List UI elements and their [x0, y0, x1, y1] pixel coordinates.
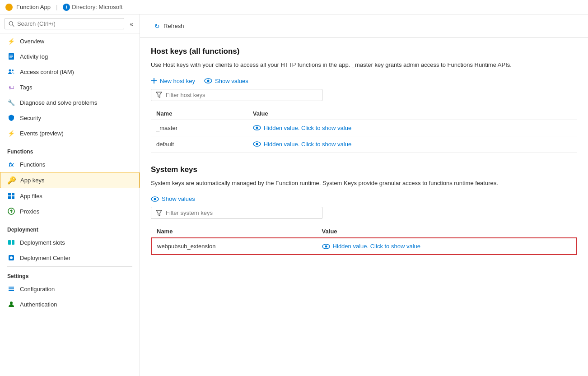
svg-rect-11 — [12, 196, 14, 199]
sidebar-item-deployment-slots[interactable]: Deployment slots — [0, 235, 140, 250]
sidebar-item-authentication[interactable]: Authentication — [0, 297, 140, 312]
info-icon: i — [63, 4, 70, 11]
svg-point-0 — [9, 21, 13, 25]
eye-icon — [253, 141, 261, 147]
top-bar: Function App | i Directory: Microsoft — [0, 0, 588, 14]
content-body: Host keys (all functions) Use Host keys … — [140, 38, 588, 268]
eye-icon — [322, 243, 330, 250]
sidebar-item-label: Access control (IAM) — [20, 69, 74, 75]
svg-point-17 — [10, 256, 13, 259]
host-keys-desc: Use Host keys with your clients to acces… — [151, 60, 557, 70]
sidebar-item-activity-log[interactable]: Activity log — [0, 49, 140, 64]
new-host-key-label: New host key — [160, 78, 195, 84]
svg-line-1 — [12, 25, 14, 27]
key-value: Hidden value. Click to show value — [317, 238, 577, 255]
hidden-value-link[interactable]: Hidden value. Click to show value — [253, 141, 572, 148]
sidebar-item-label: Tags — [20, 84, 32, 91]
svg-marker-26 — [156, 92, 162, 97]
key-name: webpubsub_extension — [151, 238, 317, 255]
sidebar-item-overview[interactable]: ⚡ Overview — [0, 33, 140, 49]
sidebar-item-proxies[interactable]: Proxies — [0, 204, 140, 219]
sidebar-item-security[interactable]: Security — [0, 110, 140, 125]
hidden-value-text: Hidden value. Click to show value — [333, 243, 420, 250]
system-keys-table: Name Value webpubsub_extension Hidden va… — [151, 225, 577, 255]
svg-rect-10 — [8, 196, 11, 199]
sidebar-item-label: Configuration — [20, 286, 55, 292]
sidebar-item-label: Activity log — [20, 53, 48, 60]
system-keys-title: System keys — [151, 165, 577, 174]
search-bar: « — [0, 14, 140, 33]
sidebar-item-diagnose[interactable]: 🔧 Diagnose and solve problems — [0, 95, 140, 110]
sidebar-item-label: Diagnose and solve problems — [20, 99, 97, 106]
sidebar-item-tags[interactable]: 🏷 Tags — [0, 79, 140, 95]
svg-point-32 — [154, 198, 156, 200]
deployment-center-icon — [7, 254, 15, 262]
system-show-values-label: Show values — [162, 195, 195, 202]
hidden-value-link[interactable]: Hidden value. Click to show value — [322, 243, 571, 250]
directory-label: Directory: Microsoft — [72, 4, 122, 10]
sidebar-item-app-keys[interactable]: 🔑 App keys — [0, 172, 140, 188]
person-group-icon — [7, 68, 15, 76]
sidebar-item-access-control[interactable]: Access control (IAM) — [0, 64, 140, 79]
sidebar: « ⚡ Overview Activity log Access control… — [0, 14, 140, 376]
events-icon: ⚡ — [7, 129, 15, 137]
eye-icon — [253, 125, 261, 131]
search-icon — [9, 21, 14, 27]
system-keys-desc: System keys are automatically managed by… — [151, 179, 557, 188]
sidebar-item-label: Security — [20, 115, 41, 121]
sidebar-item-label: Overview — [20, 38, 44, 45]
fx-icon: fx — [7, 160, 15, 168]
col-name: Name — [151, 225, 317, 238]
show-values-link[interactable]: Show values — [204, 78, 248, 84]
col-name: Name — [151, 107, 247, 120]
sidebar-item-label: App files — [20, 193, 42, 200]
filter-host-keys-input[interactable] — [166, 92, 317, 98]
filter-host-keys-box[interactable] — [151, 89, 322, 101]
divider-functions — [7, 142, 132, 142]
sidebar-item-events[interactable]: ⚡ Events (preview) — [0, 125, 140, 141]
sidebar-item-app-files[interactable]: App files — [0, 188, 140, 204]
svg-rect-14 — [8, 240, 11, 245]
deployment-slots-icon — [7, 238, 15, 246]
sidebar-item-deployment-center[interactable]: Deployment Center — [0, 250, 140, 265]
new-host-key-link[interactable]: New host key — [151, 78, 195, 84]
app-title: Function App — [16, 4, 51, 10]
document-icon — [7, 52, 15, 60]
sidebar-item-label: Events (preview) — [20, 130, 64, 137]
divider-deployment — [7, 220, 132, 220]
host-keys-title: Host keys (all functions) — [151, 47, 577, 56]
system-show-values-link[interactable]: Show values — [151, 195, 195, 202]
lightning-icon: ⚡ — [7, 37, 15, 45]
directory-info: i Directory: Microsoft — [63, 4, 122, 11]
table-row: webpubsub_extension Hidden value. Click … — [151, 238, 577, 255]
eye-icon — [151, 196, 159, 202]
toolbar: ↻ Refresh — [140, 14, 588, 38]
host-keys-table: Name Value _master Hidden value. Click t… — [151, 107, 577, 153]
filter-icon — [156, 210, 162, 216]
filter-system-keys-input[interactable] — [166, 209, 317, 216]
filter-system-keys-box[interactable] — [151, 207, 322, 219]
collapse-button[interactable]: « — [128, 19, 135, 28]
table-row: default Hidden value. Click to show valu… — [151, 136, 577, 152]
hidden-value-text: Hidden value. Click to show value — [264, 141, 351, 148]
sidebar-item-label: Deployment Center — [20, 255, 70, 261]
filter-icon — [156, 92, 162, 98]
key-name: _master — [151, 120, 247, 136]
svg-rect-9 — [12, 193, 14, 195]
wrench-icon: 🔧 — [7, 98, 15, 107]
svg-point-25 — [207, 80, 210, 82]
search-input-wrapper[interactable] — [5, 18, 124, 29]
search-input[interactable] — [17, 20, 120, 27]
refresh-button[interactable]: ↻ Refresh — [149, 20, 189, 32]
eye-icon — [204, 78, 212, 84]
refresh-icon: ↻ — [154, 23, 161, 30]
host-keys-action-row: New host key Show values — [151, 78, 577, 84]
svg-rect-15 — [12, 240, 14, 245]
tag-icon: 🏷 — [7, 83, 15, 91]
hidden-value-link[interactable]: Hidden value. Click to show value — [253, 125, 572, 131]
key-name: default — [151, 136, 247, 152]
hidden-value-text: Hidden value. Click to show value — [264, 125, 351, 131]
sidebar-item-configuration[interactable]: Configuration — [0, 281, 140, 297]
plus-icon — [151, 78, 157, 84]
sidebar-item-functions[interactable]: fx Functions — [0, 157, 140, 172]
